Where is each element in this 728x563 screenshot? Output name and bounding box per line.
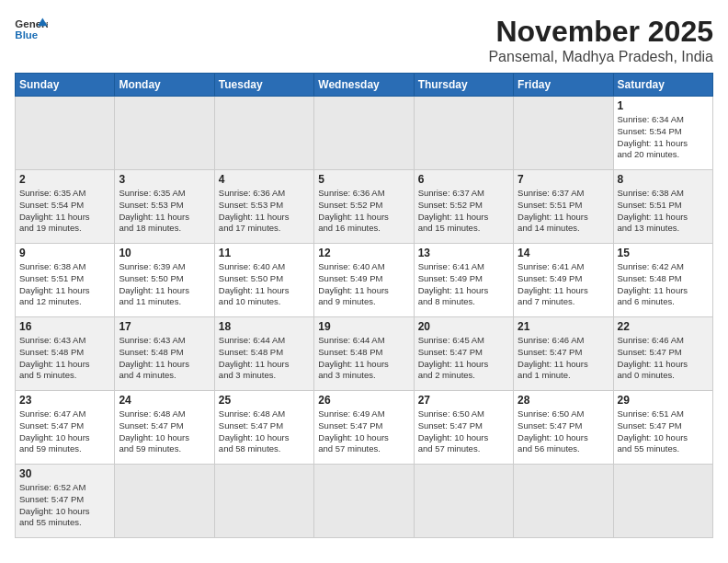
day-info: Sunrise: 6:52 AM Sunset: 5:47 PM Dayligh… xyxy=(19,482,110,529)
calendar-cell: 30Sunrise: 6:52 AM Sunset: 5:47 PM Dayli… xyxy=(16,465,115,538)
day-number: 2 xyxy=(19,173,110,186)
calendar-table: SundayMondayTuesdayWednesdayThursdayFrid… xyxy=(15,73,713,538)
svg-text:Blue: Blue xyxy=(15,29,38,40)
day-number: 22 xyxy=(618,320,709,333)
calendar-cell: 15Sunrise: 6:42 AM Sunset: 5:48 PM Dayli… xyxy=(613,244,712,317)
day-info: Sunrise: 6:43 AM Sunset: 5:48 PM Dayligh… xyxy=(119,335,210,382)
day-info: Sunrise: 6:36 AM Sunset: 5:52 PM Dayligh… xyxy=(318,188,409,235)
header: General Blue November 2025 Pansemal, Mad… xyxy=(15,15,713,65)
calendar-cell xyxy=(514,465,613,538)
calendar-cell: 11Sunrise: 6:40 AM Sunset: 5:50 PM Dayli… xyxy=(214,244,313,317)
calendar-cell: 4Sunrise: 6:36 AM Sunset: 5:53 PM Daylig… xyxy=(214,170,313,244)
day-number: 17 xyxy=(119,320,210,333)
calendar-cell: 26Sunrise: 6:49 AM Sunset: 5:47 PM Dayli… xyxy=(314,391,414,465)
calendar-cell xyxy=(613,465,712,538)
calendar-cell: 17Sunrise: 6:43 AM Sunset: 5:48 PM Dayli… xyxy=(115,317,214,391)
day-info: Sunrise: 6:35 AM Sunset: 5:53 PM Dayligh… xyxy=(119,188,210,235)
day-number: 14 xyxy=(518,247,609,259)
day-number: 15 xyxy=(618,247,709,259)
day-info: Sunrise: 6:37 AM Sunset: 5:51 PM Dayligh… xyxy=(518,188,609,235)
calendar-cell: 1Sunrise: 6:34 AM Sunset: 5:54 PM Daylig… xyxy=(613,97,712,170)
calendar-cell: 16Sunrise: 6:43 AM Sunset: 5:48 PM Dayli… xyxy=(16,317,115,391)
day-number: 23 xyxy=(19,394,110,407)
calendar-cell xyxy=(414,97,513,170)
day-info: Sunrise: 6:36 AM Sunset: 5:53 PM Dayligh… xyxy=(219,188,310,235)
logo-icon: General Blue xyxy=(15,15,48,42)
day-info: Sunrise: 6:47 AM Sunset: 5:47 PM Dayligh… xyxy=(19,408,110,455)
calendar-cell: 19Sunrise: 6:44 AM Sunset: 5:48 PM Dayli… xyxy=(314,317,414,391)
calendar-cell: 9Sunrise: 6:38 AM Sunset: 5:51 PM Daylig… xyxy=(16,244,115,317)
day-info: Sunrise: 6:40 AM Sunset: 5:50 PM Dayligh… xyxy=(219,261,310,308)
day-number: 6 xyxy=(418,173,509,186)
calendar-cell: 21Sunrise: 6:46 AM Sunset: 5:47 PM Dayli… xyxy=(514,317,613,391)
day-info: Sunrise: 6:48 AM Sunset: 5:47 PM Dayligh… xyxy=(119,408,210,455)
day-number: 11 xyxy=(219,247,310,259)
location-title: Pansemal, Madhya Pradesh, India xyxy=(488,49,713,65)
calendar-week-row: 2Sunrise: 6:35 AM Sunset: 5:54 PM Daylig… xyxy=(16,170,713,244)
weekday-header-tuesday: Tuesday xyxy=(214,74,313,97)
day-info: Sunrise: 6:43 AM Sunset: 5:48 PM Dayligh… xyxy=(19,335,110,382)
day-info: Sunrise: 6:41 AM Sunset: 5:49 PM Dayligh… xyxy=(518,261,609,308)
day-number: 30 xyxy=(19,467,110,480)
day-info: Sunrise: 6:44 AM Sunset: 5:48 PM Dayligh… xyxy=(318,335,409,382)
day-info: Sunrise: 6:38 AM Sunset: 5:51 PM Dayligh… xyxy=(19,261,110,308)
calendar-cell: 20Sunrise: 6:45 AM Sunset: 5:47 PM Dayli… xyxy=(414,317,513,391)
calendar-cell: 5Sunrise: 6:36 AM Sunset: 5:52 PM Daylig… xyxy=(314,170,414,244)
calendar-cell: 29Sunrise: 6:51 AM Sunset: 5:47 PM Dayli… xyxy=(613,391,712,465)
calendar-week-row: 30Sunrise: 6:52 AM Sunset: 5:47 PM Dayli… xyxy=(16,465,713,538)
day-info: Sunrise: 6:50 AM Sunset: 5:47 PM Dayligh… xyxy=(518,408,609,455)
day-number: 26 xyxy=(318,394,409,407)
day-number: 3 xyxy=(119,173,210,186)
calendar-cell: 2Sunrise: 6:35 AM Sunset: 5:54 PM Daylig… xyxy=(16,170,115,244)
calendar-cell xyxy=(16,97,115,170)
day-number: 27 xyxy=(418,394,509,407)
day-number: 9 xyxy=(19,247,110,259)
day-number: 25 xyxy=(219,394,310,407)
day-number: 19 xyxy=(318,320,409,333)
day-number: 10 xyxy=(119,247,210,259)
day-info: Sunrise: 6:50 AM Sunset: 5:47 PM Dayligh… xyxy=(418,408,509,455)
calendar-cell: 12Sunrise: 6:40 AM Sunset: 5:49 PM Dayli… xyxy=(314,244,414,317)
month-title: November 2025 xyxy=(488,15,713,49)
day-number: 21 xyxy=(518,320,609,333)
calendar-cell xyxy=(115,97,214,170)
day-number: 8 xyxy=(618,173,709,186)
calendar-cell: 14Sunrise: 6:41 AM Sunset: 5:49 PM Dayli… xyxy=(514,244,613,317)
day-number: 13 xyxy=(418,247,509,259)
day-info: Sunrise: 6:40 AM Sunset: 5:49 PM Dayligh… xyxy=(318,261,409,308)
weekday-header-friday: Friday xyxy=(514,74,613,97)
day-number: 4 xyxy=(219,173,310,186)
title-area: November 2025 Pansemal, Madhya Pradesh, … xyxy=(488,15,713,65)
day-number: 29 xyxy=(618,394,709,407)
day-info: Sunrise: 6:41 AM Sunset: 5:49 PM Dayligh… xyxy=(418,261,509,308)
day-info: Sunrise: 6:44 AM Sunset: 5:48 PM Dayligh… xyxy=(219,335,310,382)
calendar-cell xyxy=(314,97,414,170)
day-info: Sunrise: 6:35 AM Sunset: 5:54 PM Dayligh… xyxy=(19,188,110,235)
day-info: Sunrise: 6:46 AM Sunset: 5:47 PM Dayligh… xyxy=(618,335,709,382)
calendar-cell: 28Sunrise: 6:50 AM Sunset: 5:47 PM Dayli… xyxy=(514,391,613,465)
calendar-cell xyxy=(214,465,313,538)
day-info: Sunrise: 6:46 AM Sunset: 5:47 PM Dayligh… xyxy=(518,335,609,382)
day-number: 5 xyxy=(318,173,409,186)
weekday-header-sunday: Sunday xyxy=(16,74,115,97)
day-info: Sunrise: 6:38 AM Sunset: 5:51 PM Dayligh… xyxy=(618,188,709,235)
calendar-cell xyxy=(214,97,313,170)
calendar-cell: 6Sunrise: 6:37 AM Sunset: 5:52 PM Daylig… xyxy=(414,170,513,244)
calendar-cell: 10Sunrise: 6:39 AM Sunset: 5:50 PM Dayli… xyxy=(115,244,214,317)
calendar-cell xyxy=(514,97,613,170)
logo: General Blue xyxy=(15,15,48,42)
day-info: Sunrise: 6:51 AM Sunset: 5:47 PM Dayligh… xyxy=(618,408,709,455)
day-info: Sunrise: 6:48 AM Sunset: 5:47 PM Dayligh… xyxy=(219,408,310,455)
calendar-cell: 25Sunrise: 6:48 AM Sunset: 5:47 PM Dayli… xyxy=(214,391,313,465)
calendar-week-row: 1Sunrise: 6:34 AM Sunset: 5:54 PM Daylig… xyxy=(16,97,713,170)
day-info: Sunrise: 6:39 AM Sunset: 5:50 PM Dayligh… xyxy=(119,261,210,308)
calendar-week-row: 23Sunrise: 6:47 AM Sunset: 5:47 PM Dayli… xyxy=(16,391,713,465)
calendar-cell: 3Sunrise: 6:35 AM Sunset: 5:53 PM Daylig… xyxy=(115,170,214,244)
calendar-cell: 8Sunrise: 6:38 AM Sunset: 5:51 PM Daylig… xyxy=(613,170,712,244)
day-number: 28 xyxy=(518,394,609,407)
day-info: Sunrise: 6:37 AM Sunset: 5:52 PM Dayligh… xyxy=(418,188,509,235)
weekday-header-monday: Monday xyxy=(115,74,214,97)
calendar-week-row: 9Sunrise: 6:38 AM Sunset: 5:51 PM Daylig… xyxy=(16,244,713,317)
calendar-cell xyxy=(314,465,414,538)
calendar-cell xyxy=(115,465,214,538)
